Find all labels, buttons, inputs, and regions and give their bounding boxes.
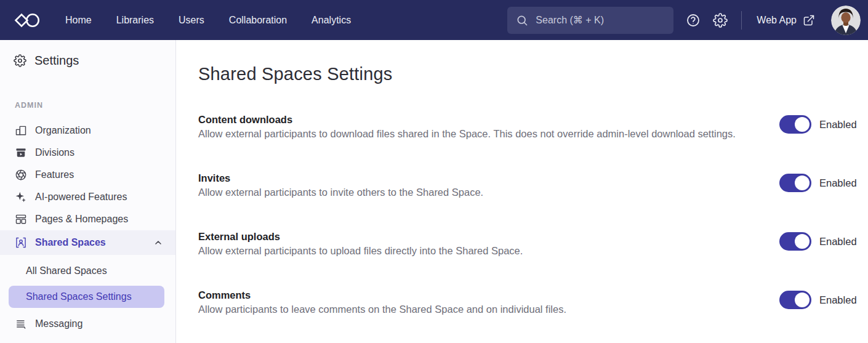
toggle-knob [795,293,810,307]
sidebar-subitem-all-shared-spaces[interactable]: All Shared Spaces [0,259,175,283]
external-uploads-toggle[interactable] [779,232,811,251]
archive-box-icon [15,147,27,159]
avatar-image [831,6,861,35]
search-icon [516,14,528,26]
help-button[interactable] [686,13,701,28]
help-icon [686,13,701,28]
toggle-knob [795,176,810,190]
search-placeholder: Search (⌘ + K) [536,14,604,26]
building-icon [15,124,27,137]
content-downloads-toggle[interactable] [779,115,811,134]
settings-list: Content downloads Allow external partici… [198,113,856,317]
layout-icon [15,213,27,225]
nav-divider [741,11,742,30]
person-brackets-icon [15,236,27,249]
setting-text: External uploads Allow external particip… [198,230,779,258]
setting-control: Enabled [779,174,856,192]
sidebar-item-messaging[interactable]: Messaging [0,313,175,335]
external-link-icon [803,14,815,26]
nav-item-analytics[interactable]: Analytics [311,15,351,26]
sidebar-item-features[interactable]: Features [0,164,175,186]
sidebar-subitem-label: All Shared Spaces [26,265,107,276]
toggle-state-label: Enabled [819,236,857,248]
sidebar-item-label: AI-powered Features [35,192,127,203]
setting-name: Invites [198,171,761,185]
pinwheel-icon [15,169,27,181]
toggle-knob [795,234,810,249]
gear-icon [713,13,728,28]
setting-row-comments: Comments Allow participants to leave com… [198,288,856,317]
main-content: Shared Spaces Settings Content downloads… [176,40,868,343]
nav-item-home[interactable]: Home [65,15,92,26]
setting-description: Allow external participants to upload fi… [198,244,761,258]
sidebar-section-label: ADMIN [15,101,175,110]
toggle-state-label: Enabled [819,177,857,189]
message-lines-icon [15,318,27,330]
infinity-logo-icon [14,12,41,28]
settings-sidebar: Settings ADMIN Organization [0,40,176,343]
user-avatar[interactable] [831,6,861,35]
sidebar-item-label: Features [35,169,74,180]
setting-description: Allow participants to leave comments on … [198,302,761,317]
sidebar-item-ai-powered-features[interactable]: AI-powered Features [0,186,175,208]
sidebar-header: Settings [0,49,175,73]
toggle-knob [795,117,810,132]
app-logo[interactable] [14,12,41,28]
nav-item-users[interactable]: Users [179,15,204,26]
setting-control: Enabled [779,115,856,134]
setting-name: Content downloads [198,113,761,127]
web-app-link[interactable]: Web App [757,14,815,26]
setting-text: Content downloads Allow external partici… [198,113,779,141]
setting-description: Allow external participants to invite ot… [198,185,761,200]
setting-name: Comments [198,288,761,302]
page-body: Settings ADMIN Organization [0,40,868,343]
page-title: Shared Spaces Settings [198,64,856,84]
setting-control: Enabled [779,232,856,251]
gear-icon [14,54,26,67]
sidebar-item-shared-spaces[interactable]: Shared Spaces [0,230,175,255]
setting-row-content-downloads: Content downloads Allow external partici… [198,113,856,141]
sidebar-item-label: Divisions [35,147,74,158]
primary-nav: Home Libraries Users Collaboration Analy… [65,15,351,26]
setting-control: Enabled [779,291,856,309]
nav-item-libraries[interactable]: Libraries [116,15,154,26]
toggle-state-label: Enabled [819,119,857,131]
chevron-up-icon [153,238,163,248]
sidebar-item-label: Shared Spaces [35,237,106,248]
web-app-label: Web App [757,15,797,26]
search-input[interactable]: Search (⌘ + K) [507,7,673,34]
comments-toggle[interactable] [779,291,811,309]
sidebar-subitem-shared-spaces-settings[interactable]: Shared Spaces Settings [9,286,164,308]
nav-item-collaboration[interactable]: Collaboration [229,15,287,26]
sidebar-item-label: Organization [35,125,91,136]
sidebar-subitem-label: Shared Spaces Settings [26,291,132,302]
sidebar-item-pages-homepages[interactable]: Pages & Homepages [0,208,175,230]
sparkles-icon [15,191,27,203]
top-navigation-bar: Home Libraries Users Collaboration Analy… [0,0,868,40]
setting-name: External uploads [198,230,761,244]
invites-toggle[interactable] [779,174,811,192]
setting-row-external-uploads: External uploads Allow external particip… [198,230,856,258]
settings-button[interactable] [713,13,728,28]
sidebar-item-organization[interactable]: Organization [0,119,175,142]
setting-text: Invites Allow external participants to i… [198,171,779,200]
toggle-state-label: Enabled [819,294,857,306]
sidebar-title: Settings [34,54,79,68]
setting-row-invites: Invites Allow external participants to i… [198,171,856,200]
sidebar-item-divisions[interactable]: Divisions [0,142,175,164]
setting-description: Allow external participants to download … [198,127,761,141]
sidebar-item-label: Messaging [35,318,82,329]
sidebar-item-label: Pages & Homepages [35,214,128,225]
setting-text: Comments Allow participants to leave com… [198,288,779,317]
